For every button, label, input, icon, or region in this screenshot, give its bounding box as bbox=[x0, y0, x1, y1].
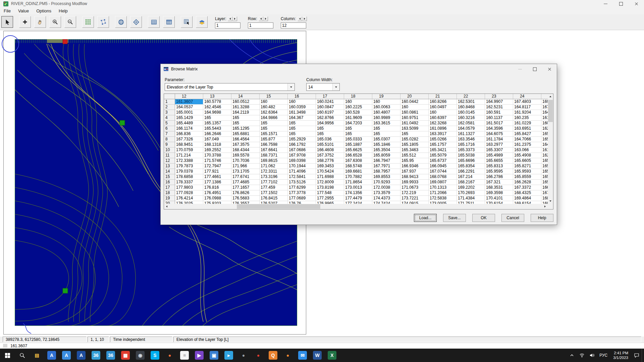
dropdown-button[interactable] bbox=[287, 83, 294, 90]
matrix-cell[interactable]: 165.8559 bbox=[513, 174, 541, 180]
matrix-cell[interactable]: 177.6299 bbox=[288, 185, 316, 190]
horizontal-scroll-track[interactable] bbox=[169, 204, 542, 209]
matrix-cell[interactable]: 167. bbox=[541, 105, 548, 110]
polygon-select-tool-button[interactable] bbox=[97, 16, 109, 28]
app-a-2[interactable]: A bbox=[59, 349, 74, 362]
matrix-cell[interactable]: 167.049 bbox=[203, 137, 231, 142]
matrix-cell[interactable]: 169. bbox=[541, 99, 548, 105]
matrix-cell[interactable]: 168. bbox=[541, 196, 548, 201]
tray-network-button[interactable] bbox=[577, 349, 587, 362]
matrix-cell[interactable]: 176.4214 bbox=[175, 196, 203, 201]
matrix-cell[interactable]: 164.7066 bbox=[513, 137, 541, 142]
matrix-cell[interactable]: 165.3373 bbox=[457, 147, 485, 153]
matrix-cell[interactable]: 172.0038 bbox=[372, 185, 400, 190]
zoom-in-button[interactable] bbox=[49, 16, 61, 28]
photos-app[interactable]: ▣ bbox=[207, 349, 221, 362]
matrix-cell[interactable]: 165 bbox=[288, 121, 316, 126]
matrix-cell[interactable]: 162. bbox=[541, 153, 548, 158]
matrix-cell[interactable]: 169.9933 bbox=[400, 180, 429, 185]
matrix-row-header-8[interactable]: 8 bbox=[164, 137, 175, 142]
matrix-cell[interactable]: 171.214 bbox=[175, 153, 203, 158]
column-width-select[interactable]: 14 bbox=[306, 83, 340, 91]
notepad-doc[interactable]: ≡ bbox=[177, 349, 192, 362]
dialog-maximize-button[interactable] bbox=[527, 64, 542, 74]
matrix-cell[interactable]: 163.5099 bbox=[400, 126, 429, 131]
matrix-cell[interactable]: 164.8117 bbox=[513, 105, 541, 110]
matrix-cell[interactable]: 160 bbox=[429, 110, 457, 115]
matrix-cell[interactable]: 161.1327 bbox=[457, 131, 485, 137]
matrix-cell[interactable]: 160.0847 bbox=[316, 105, 344, 110]
matrix-cell[interactable]: 165.4489 bbox=[175, 121, 203, 126]
matrix-cell[interactable]: 165.8313 bbox=[485, 164, 513, 169]
matrix-cell[interactable]: 165 bbox=[400, 131, 429, 137]
matrix-cell[interactable]: 166.9346 bbox=[400, 164, 429, 169]
matrix-cell[interactable]: 177.2424 bbox=[344, 201, 372, 204]
matrix-cell[interactable]: 177.4479 bbox=[344, 196, 372, 201]
matrix-cell[interactable]: 161.0229 bbox=[513, 121, 541, 126]
matrix-cell[interactable]: 168.9451 bbox=[175, 142, 203, 147]
matrix-cell[interactable]: 168.2776 bbox=[316, 158, 344, 164]
matrix-cell[interactable]: 177.6741 bbox=[231, 174, 260, 180]
add-tool-button[interactable] bbox=[19, 16, 31, 28]
matrix-cell[interactable]: 165. bbox=[541, 158, 548, 164]
matrix-cell[interactable]: 176.0988 bbox=[203, 196, 231, 201]
app-a-1[interactable]: A bbox=[44, 349, 59, 362]
matrix-cell[interactable]: 165.5101 bbox=[316, 142, 344, 147]
layer-input[interactable] bbox=[215, 22, 240, 28]
matrix-cell[interactable]: 166.0945 bbox=[429, 164, 457, 169]
matrix-cell[interactable]: 172.8009 bbox=[316, 180, 344, 185]
matrix-cell[interactable]: 165.3504 bbox=[372, 147, 400, 153]
matrix-cell[interactable]: 173.3196 bbox=[260, 174, 288, 180]
matrix-cell[interactable]: 179.7873 bbox=[175, 164, 203, 169]
matrix-cell[interactable]: 172.5841 bbox=[288, 174, 316, 180]
matrix-cell[interactable]: 160. bbox=[541, 121, 548, 126]
matrix-cell[interactable]: 171.7511 bbox=[457, 201, 485, 204]
matrix-cell[interactable]: 165.5443 bbox=[203, 126, 231, 131]
matrix-cell[interactable]: 170.2693 bbox=[457, 190, 485, 196]
matrix-cell[interactable]: 163.066 bbox=[513, 147, 541, 153]
matrix-cell[interactable]: 165.1887 bbox=[344, 142, 372, 147]
matrix-cell[interactable]: 165.9595 bbox=[485, 169, 513, 174]
matrix-row-header-11[interactable]: 11 bbox=[164, 153, 175, 158]
matrix-cell[interactable]: 168.4344 bbox=[231, 147, 260, 153]
matrix-cell[interactable]: 160.0359 bbox=[288, 105, 316, 110]
matrix-cell[interactable]: 160.4807 bbox=[372, 110, 400, 115]
matrix-cell[interactable]: 160 bbox=[344, 99, 372, 105]
matrix-col-header-17[interactable]: 17 bbox=[316, 94, 344, 99]
matrix-cell[interactable]: 165. bbox=[541, 137, 548, 142]
matrix-col-header-12[interactable]: 12 bbox=[175, 94, 203, 99]
matrix-cell[interactable]: 165.1716 bbox=[457, 142, 485, 147]
matrix-cell[interactable]: 164. bbox=[541, 142, 548, 147]
matrix-cell[interactable]: 170.3788 bbox=[203, 153, 231, 158]
menu-item-options[interactable]: Options bbox=[33, 8, 55, 14]
media-player[interactable]: ▶ bbox=[192, 349, 207, 362]
matrix-cell[interactable]: 165.1429 bbox=[175, 115, 203, 121]
matrix-row-header-5[interactable]: 5 bbox=[164, 121, 175, 126]
matrix-cell[interactable]: 165 bbox=[231, 121, 260, 126]
matrix-cell[interactable]: 160.0145 bbox=[457, 110, 485, 115]
matrix-row-header-9[interactable]: 9 bbox=[164, 142, 175, 147]
app-a-3[interactable]: A bbox=[74, 349, 89, 362]
matrix-cell[interactable]: 161.2375 bbox=[513, 142, 541, 147]
matrix-cell[interactable]: 161.0492 bbox=[400, 121, 429, 126]
tray-chevron-button[interactable] bbox=[567, 349, 577, 362]
matrix-cell[interactable]: 177.548 bbox=[316, 190, 344, 196]
parameter-select[interactable]: Elevation of the Layer Top bbox=[165, 83, 295, 91]
matrix-cell[interactable]: 161.1784 bbox=[485, 137, 513, 142]
matrix-cell[interactable]: 171.4096 bbox=[288, 169, 316, 174]
matrix-cell[interactable]: 166.2628 bbox=[513, 180, 541, 185]
matrix-cell[interactable]: 177.2955 bbox=[316, 196, 344, 201]
matrix-cell[interactable]: 166.4564 bbox=[231, 137, 260, 142]
matrix-cell[interactable]: 162. bbox=[541, 126, 548, 131]
matrix-cell[interactable]: 165 bbox=[260, 126, 288, 131]
taskbar-clock[interactable]: 2:41 PM 3/1/2023 bbox=[610, 351, 632, 360]
scroll-left-button[interactable] bbox=[164, 204, 169, 209]
matrix-cell[interactable]: 166.2786 bbox=[485, 174, 513, 180]
matrix-row-header-3[interactable]: 3 bbox=[164, 110, 175, 115]
matrix-col-header-20[interactable]: 20 bbox=[400, 94, 429, 99]
matrix-cell[interactable]: 161. bbox=[541, 115, 548, 121]
matrix-col-header-18[interactable]: 18 bbox=[344, 94, 372, 99]
matrix-cell[interactable]: 169. bbox=[541, 201, 548, 204]
matrix-cell[interactable]: 162.8766 bbox=[316, 115, 344, 121]
fox-browser[interactable]: ● bbox=[280, 349, 295, 362]
